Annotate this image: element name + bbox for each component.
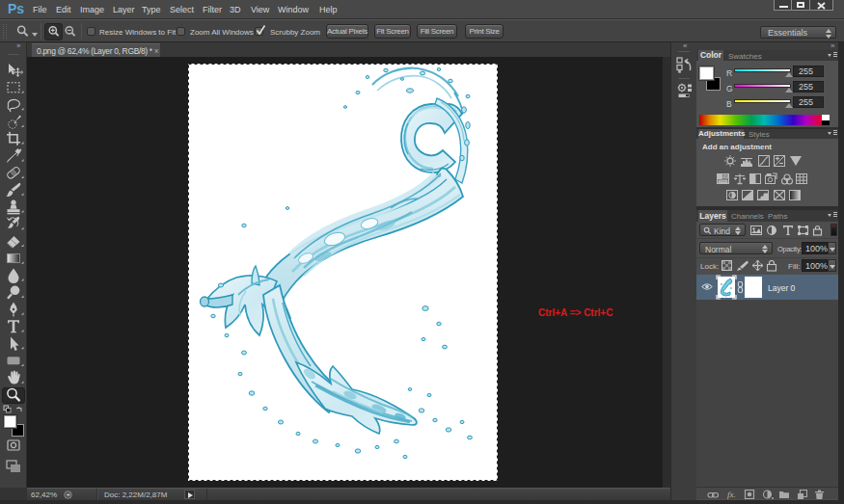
svg-text:fx.: fx. <box>727 490 736 499</box>
